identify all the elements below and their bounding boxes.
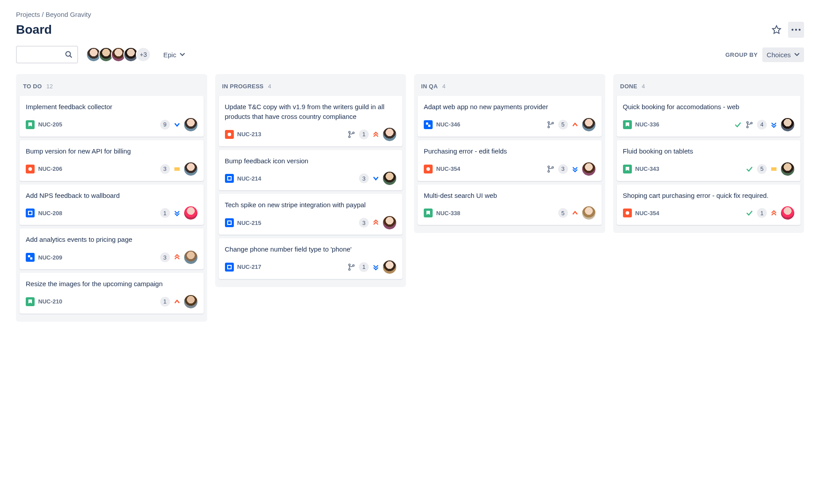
issue-type-icon (26, 120, 35, 129)
assignee-avatar[interactable] (781, 162, 794, 176)
priority-icon (770, 121, 777, 128)
done-indicator (734, 121, 742, 129)
branch-icon (347, 130, 355, 138)
board-column: IN PROGRESS 4 Update T&C copy with v1.9 … (215, 74, 406, 287)
svg-point-31 (747, 122, 749, 123)
assignee-avatar[interactable] (184, 295, 197, 308)
story-points-badge: 3 (359, 218, 369, 228)
priority-icon (770, 209, 777, 217)
issue-title: Add NPS feedback to wallboard (26, 191, 197, 201)
subtask-indicator (547, 121, 555, 129)
issue-type-icon (26, 297, 35, 306)
check-icon (745, 165, 753, 173)
assignee-avatar[interactable] (781, 118, 794, 131)
more-button[interactable] (788, 22, 804, 38)
issue-card[interactable]: Fluid booking on tablets NUC-343 5 (617, 140, 801, 181)
assignee-avatar[interactable] (184, 251, 197, 264)
priority-icon (173, 298, 181, 305)
priority-icon (173, 121, 181, 128)
column-count: 4 (442, 83, 445, 90)
issue-title: Bump version for new API for billing (26, 146, 197, 156)
issue-card[interactable]: Purchasing error - edit fields NUC-354 3 (418, 140, 602, 181)
issue-title: Fluid booking on tablets (623, 146, 795, 156)
issue-card[interactable]: Update T&C copy with v1.9 from the write… (219, 96, 403, 146)
svg-rect-16 (228, 177, 231, 180)
groupby-dropdown[interactable]: Choices (762, 47, 804, 62)
issue-type-icon (623, 165, 632, 173)
groupby-value: Choices (767, 51, 791, 59)
column-count: 4 (268, 83, 271, 90)
issue-card[interactable]: Add analytics events to pricing page NUC… (20, 228, 204, 269)
issue-card[interactable]: Multi-dest search UI web NUC-338 5 (418, 185, 602, 225)
assignee-avatar[interactable] (383, 172, 396, 185)
priority-icon (572, 165, 579, 173)
issue-title: Multi-dest search UI web (424, 191, 595, 201)
assignee-avatar[interactable] (383, 128, 396, 141)
issue-type-icon (424, 209, 433, 217)
branch-icon (547, 165, 555, 173)
breadcrumb: Projects / Beyond Gravity (16, 11, 804, 18)
assignee-avatar[interactable] (383, 216, 396, 229)
assignee-avatar[interactable] (582, 118, 595, 131)
svg-point-20 (349, 268, 351, 270)
issue-key: NUC-205 (38, 121, 62, 128)
issue-card[interactable]: Quick booking for accomodations - web NU… (617, 96, 801, 137)
priority-icon (173, 209, 181, 217)
assignee-avatar[interactable] (781, 206, 794, 220)
story-points-badge: 5 (558, 208, 568, 218)
board-column: IN QA 4 Adapt web app no new payments pr… (414, 74, 605, 233)
breadcrumb-project[interactable]: Beyond Gravity (46, 11, 91, 18)
assignee-avatar[interactable] (383, 260, 396, 274)
board-column: DONE 4 Quick booking for accomodations -… (613, 74, 804, 233)
epic-dropdown[interactable]: Epic (159, 47, 189, 62)
subtask-indicator (347, 130, 355, 138)
issue-card[interactable]: Tech spike on new stripe integration wit… (219, 194, 403, 235)
svg-point-6 (28, 167, 32, 171)
breadcrumb-root[interactable]: Projects (16, 11, 40, 18)
priority-icon (372, 219, 379, 226)
issue-card[interactable]: Adapt web app no new payments provider N… (418, 96, 602, 137)
issue-card[interactable]: Resize the images for the upcoming campa… (20, 273, 204, 314)
column-count: 12 (46, 83, 52, 90)
issue-key: NUC-210 (38, 298, 62, 305)
priority-icon (173, 254, 181, 261)
issue-type-icon (623, 120, 632, 129)
issue-type-icon (225, 130, 234, 139)
svg-rect-10 (28, 255, 30, 257)
svg-point-3 (799, 29, 800, 31)
assignee-avatar[interactable] (582, 162, 595, 176)
svg-point-30 (552, 166, 553, 168)
more-icon (791, 28, 801, 31)
issue-title: Shoping cart purchasing error - quick fi… (623, 191, 795, 201)
issue-key: NUC-354 (635, 210, 659, 217)
issue-key: NUC-336 (635, 121, 659, 128)
story-points-badge: 1 (160, 208, 170, 218)
story-points-badge: 3 (160, 164, 170, 174)
issue-card[interactable]: Add NPS feedback to wallboard NUC-208 1 (20, 185, 204, 225)
svg-point-14 (349, 136, 351, 138)
assignee-avatar[interactable] (184, 118, 197, 131)
assignee-avatar[interactable] (582, 206, 595, 220)
svg-point-29 (548, 170, 549, 172)
issue-title: Update T&C copy with v1.9 from the write… (225, 102, 397, 122)
story-points-badge: 9 (160, 120, 170, 130)
issue-type-icon (225, 174, 234, 183)
story-points-badge: 3 (160, 252, 170, 262)
assignee-avatar[interactable] (184, 162, 197, 176)
issue-key: NUC-209 (38, 254, 62, 261)
issue-card[interactable]: Bump version for new API for billing NUC… (20, 140, 204, 181)
column-title: TO DO (23, 83, 42, 90)
star-button[interactable] (769, 22, 785, 38)
search-input[interactable] (16, 46, 78, 63)
chevron-down-icon (180, 53, 185, 56)
issue-card[interactable]: Shoping cart purchasing error - quick fi… (617, 185, 801, 225)
issue-key: NUC-208 (38, 210, 62, 217)
issue-card[interactable]: Implement feedback collector NUC-205 9 (20, 96, 204, 137)
groupby-label: GROUP BY (725, 51, 758, 58)
issue-card[interactable]: Change phone number field type to 'phone… (219, 238, 403, 279)
issue-card[interactable]: Bump feedback icon version NUC-214 3 (219, 150, 403, 191)
assignee-avatar[interactable] (184, 206, 197, 220)
issue-key: NUC-214 (237, 175, 261, 182)
issue-key: NUC-343 (635, 165, 659, 172)
avatar-more[interactable]: +3 (136, 47, 151, 62)
